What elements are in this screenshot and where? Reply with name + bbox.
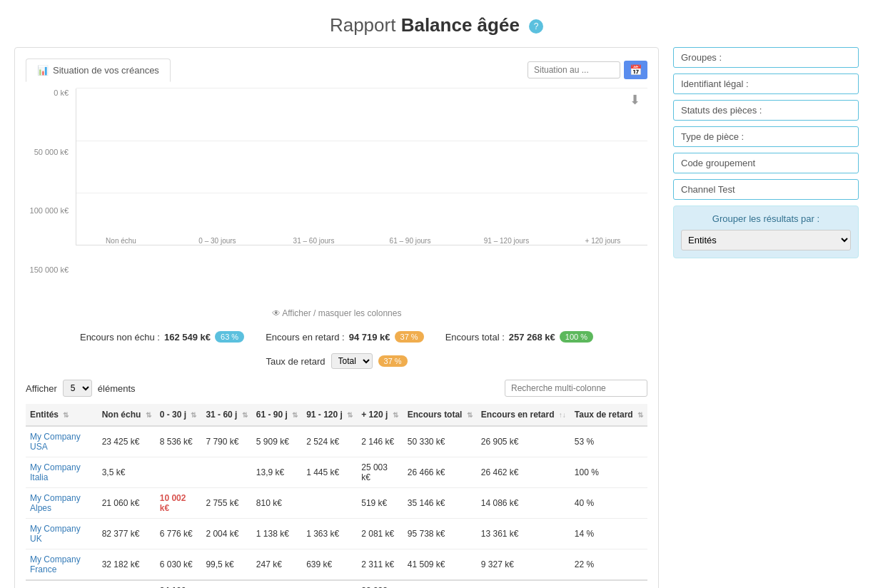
- col-91120: 91 - 120 j ⇅: [302, 404, 357, 426]
- chart-tab-icon: 📊: [37, 65, 49, 76]
- entity-link-france[interactable]: My Company France: [30, 554, 81, 574]
- right-panel: Groupes : Identifiant légal : Statuts de…: [673, 47, 859, 588]
- entity-link-usa[interactable]: My Company USA: [30, 432, 81, 452]
- cell-italia-non-echu: 3,5 k€: [98, 457, 156, 488]
- cell-usa-total: 50 330 k€: [403, 426, 477, 457]
- retard-value: 94 719 k€: [349, 332, 390, 343]
- table-row: My Company UK 82 377 k€ 6 776 k€ 2 004 k…: [26, 519, 647, 549]
- table-row: My Company France 32 182 k€ 6 030 k€ 99,…: [26, 549, 647, 581]
- tab-situation[interactable]: 📊 Situation de vos créances: [26, 59, 171, 82]
- non-echu-value: 162 549 k€: [164, 332, 211, 343]
- col-non-echu: Non échu ⇅: [98, 404, 156, 426]
- cell-usa-030: 8 536 k€: [156, 426, 202, 457]
- bar-label-3: 61 – 90 jours: [390, 237, 431, 245]
- col-030: 0 - 30 j ⇅: [156, 404, 202, 426]
- taux-select[interactable]: Total: [331, 353, 373, 369]
- show-select[interactable]: 5: [63, 380, 92, 397]
- filter-identifiant-label: Identifiant légal :: [681, 78, 749, 89]
- cell-uk-3160: 2 004 k€: [201, 519, 251, 549]
- sort-icon-non-echu[interactable]: ⇅: [146, 411, 151, 419]
- cell-france-120plus: 2 311 k€: [357, 549, 403, 581]
- title-prefix: Rapport: [330, 14, 401, 36]
- sort-icon-total[interactable]: ⇅: [467, 411, 473, 419]
- filter-statuts[interactable]: Statuts des pièces :: [673, 100, 859, 121]
- entity-link-italia[interactable]: My Company Italia: [30, 462, 81, 482]
- filter-channel[interactable]: Channel Test: [673, 179, 859, 200]
- total-030: 34 166 k€: [156, 580, 202, 588]
- chart-bars: Non échu 0 – 30 jours 31 – 60 jours 61 –…: [76, 88, 647, 245]
- filter-channel-label: Channel Test: [681, 184, 735, 195]
- data-table: Entités ⇅ Non échu ⇅ 0 - 30 j ⇅ 31 - 60 …: [26, 404, 647, 588]
- filter-identifiant[interactable]: Identifiant légal :: [673, 74, 859, 94]
- total-row: Total : 162 549 k€ 34 166 k€ 13 363 k€ 8…: [26, 580, 647, 588]
- col-encours-total: Encours total ⇅: [403, 404, 477, 426]
- filter-groupes[interactable]: Groupes :: [673, 47, 859, 68]
- table-row: My Company Alpes 21 060 k€ 10 002 k€ 2 7…: [26, 488, 647, 519]
- cell-uk-non-echu: 82 377 k€: [98, 519, 156, 549]
- taux-label: Taux de retard: [266, 356, 325, 367]
- sort-icon-3160[interactable]: ⇅: [242, 411, 248, 419]
- taux-retard-row: Taux de retard Total 37 %: [26, 350, 647, 380]
- situation-date: 📅: [528, 61, 647, 79]
- cell-usa-taux: 53 %: [570, 426, 647, 457]
- calendar-button[interactable]: 📅: [624, 61, 647, 79]
- help-icon[interactable]: ?: [529, 19, 543, 34]
- cell-usa-6190: 5 909 k€: [252, 426, 302, 457]
- total-total: 257 268 k€: [403, 580, 477, 588]
- bar-group-0: Non échu: [76, 233, 166, 245]
- date-input[interactable]: [528, 61, 620, 78]
- cell-usa-non-echu: 23 425 k€: [98, 426, 156, 457]
- cell-alpes-retard: 14 086 k€: [477, 488, 570, 519]
- cell-italia-total: 26 466 k€: [403, 457, 477, 488]
- bar-group-2: 31 – 60 jours: [269, 233, 358, 245]
- sort-icon-6190[interactable]: ⇅: [292, 411, 298, 419]
- sort-icon-120plus[interactable]: ⇅: [393, 411, 398, 419]
- filter-code-label: Code groupement: [681, 158, 755, 168]
- entity-link-alpes[interactable]: My Company Alpes: [30, 493, 81, 513]
- chart-toggle[interactable]: 👁 Afficher / masquer les colonnes: [26, 308, 647, 318]
- total-6190: 8 213 k€: [252, 580, 302, 588]
- total-3160: 13 363 k€: [201, 580, 251, 588]
- cell-uk-120plus: 2 081 k€: [357, 519, 403, 549]
- stat-retard: Encours en retard : 94 719 k€ 37 %: [266, 331, 423, 343]
- cell-france-retard: 9 327 k€: [477, 549, 570, 581]
- col-120plus: + 120 j ⇅: [357, 404, 403, 426]
- cell-usa-3160: 7 790 k€: [201, 426, 251, 457]
- taux-badge: 37 %: [378, 355, 408, 367]
- cell-uk-6190: 1 138 k€: [252, 519, 302, 549]
- entity-link-uk[interactable]: My Company UK: [30, 524, 81, 544]
- cell-france-3160: 99,5 k€: [201, 549, 251, 581]
- bar-group-4: 91 – 120 jours: [462, 233, 551, 245]
- cell-italia-120plus: 25 003 k€: [357, 457, 403, 488]
- y-axis: 150 000 k€ 100 000 k€ 50 000 k€ 0 k€: [26, 88, 72, 274]
- col-entites: Entités ⇅: [26, 404, 98, 426]
- cell-usa-91120: 2 524 k€: [302, 426, 357, 457]
- search-input[interactable]: [505, 380, 647, 397]
- filter-type[interactable]: Type de pièce :: [673, 126, 859, 147]
- filter-code[interactable]: Code groupement: [673, 153, 859, 173]
- sort-icon-taux[interactable]: ⇅: [637, 411, 643, 419]
- sort-icon-entites[interactable]: ⇅: [63, 411, 69, 419]
- cell-italia-91120: 1 445 k€: [302, 457, 357, 488]
- table-controls: Afficher 5 éléments: [26, 380, 647, 397]
- total-91120: 6 040 k€: [302, 580, 357, 588]
- filter-statuts-label: Statuts des pièces :: [681, 105, 762, 116]
- bar-label-1: 0 – 30 jours: [198, 237, 236, 245]
- filter-type-label: Type de pièce :: [681, 131, 744, 142]
- table-row: My Company USA 23 425 k€ 8 536 k€ 7 790 …: [26, 426, 647, 457]
- sort-icon-91120[interactable]: ⇅: [347, 411, 353, 419]
- total-non-echu: 162 549 k€: [98, 580, 156, 588]
- sort-icon-030[interactable]: ⇅: [191, 411, 196, 419]
- bar-label-2: 31 – 60 jours: [293, 237, 335, 245]
- cell-alpes-6190: 810 k€: [252, 488, 302, 519]
- cell-france-taux: 22 %: [570, 549, 647, 581]
- cell-alpes-030: 10 002 k€: [156, 488, 202, 519]
- total-badge: 100 %: [560, 331, 593, 343]
- cell-france-91120: 639 k€: [302, 549, 357, 581]
- filter-groupes-label: Groupes :: [681, 52, 722, 63]
- cell-italia-030: [156, 457, 202, 488]
- cell-usa-120plus: 2 146 k€: [357, 426, 403, 457]
- group-by-select[interactable]: Entités: [681, 230, 851, 250]
- sort-icon-retard[interactable]: ↑↓: [559, 411, 566, 419]
- cell-uk-total: 95 738 k€: [403, 519, 477, 549]
